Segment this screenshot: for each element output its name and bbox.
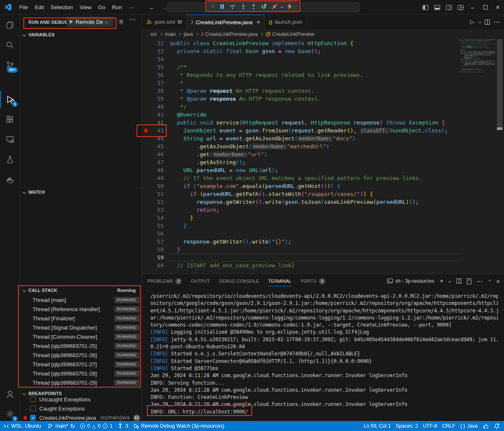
ports-item[interactable]: 3 (115, 421, 131, 431)
code-line-42[interactable]: 42 public void service(HttpRequest reque… (142, 119, 458, 127)
code-line-48[interactable]: 48 URL parsedURL = new URL(url); (142, 166, 458, 174)
debug-dropdown-chevron-icon[interactable] (281, 5, 283, 8)
variables-section-header[interactable]: VARIABLES (20, 30, 142, 39)
maximize-icon[interactable] (479, 0, 491, 15)
code-line-51[interactable]: 51 if (parsedURL.getPath().startsWith("/… (142, 190, 458, 198)
breadcrumb-item-createlinkpreview-java[interactable]: JCreateLinkPreview.java (201, 31, 258, 38)
step-out-icon[interactable] (250, 3, 257, 10)
encoding-item[interactable]: UTF-8 (420, 421, 440, 431)
new-terminal-icon[interactable]: + (440, 277, 443, 285)
menu-item-edit[interactable]: Edit (31, 3, 47, 12)
breakpoint-file-entry[interactable]: ✓ CreateLinkPreview.java src/main/java 4… (20, 413, 142, 421)
thread-row[interactable]: Thread [main]RUNNING (20, 295, 142, 304)
code-line-47[interactable]: 47 .getAsString(); (142, 158, 458, 166)
customize-layout-icon[interactable] (455, 0, 466, 15)
code-line-50[interactable]: 50 if ("example.com".equals(parsedURL.ge… (142, 182, 458, 190)
menu-item-file[interactable]: File (16, 3, 31, 12)
code-line-54[interactable]: 54 } (142, 214, 458, 222)
eol-item[interactable]: CRLF (440, 421, 458, 431)
extensions-icon[interactable] (0, 111, 20, 128)
panel-tab-terminal[interactable]: TERMINAL (268, 274, 291, 288)
line-number[interactable]: 50 (149, 183, 164, 189)
code-line-43[interactable]: 43 JsonObject event = gson.fromJson(requ… (142, 127, 458, 134)
code-editor[interactable]: 32public class CreateLinkPreview impleme… (142, 39, 458, 273)
breakpoint-caught-exceptions[interactable]: Caught Exceptions (20, 404, 142, 413)
code-line-53[interactable]: 53 return; (142, 206, 458, 214)
line-number[interactable]: 53 (149, 207, 164, 213)
breadcrumb-item-main[interactable]: main (165, 31, 176, 37)
line-number[interactable]: 42 (149, 119, 164, 126)
search-icon[interactable] (0, 36, 20, 54)
close-tab-icon[interactable]: × (256, 19, 260, 25)
code-line-35[interactable]: 35 /** (142, 63, 458, 71)
maximize-panel-icon[interactable] (489, 280, 491, 282)
line-number[interactable]: 57 (149, 238, 164, 245)
code-line-41[interactable]: 41 @Override (142, 111, 458, 119)
cursor-position-item[interactable]: Ln 59, Col 1 (361, 421, 393, 431)
thread-row[interactable]: Thread [Signal Dispatcher]RUNNING (20, 323, 142, 332)
line-number[interactable]: 58 (149, 246, 164, 253)
toggle-secondary-sidebar-icon[interactable] (443, 0, 455, 15)
code-line-45[interactable]: 45 .getAsJsonObject(memberName:"matchedU… (142, 142, 458, 150)
code-line-49[interactable]: 49 // If the event object URL matches a … (142, 174, 458, 182)
code-line-59[interactable]: 59 (142, 254, 458, 261)
line-number[interactable]: 35 (149, 64, 164, 70)
debug-session-item[interactable]: Remote Debug Watch (3p-resources) (131, 421, 227, 431)
code-line-32[interactable]: 32public class CreateLinkPreview impleme… (142, 39, 458, 47)
testing-icon[interactable] (0, 151, 20, 168)
run-and-debug-icon[interactable]: 1 (0, 91, 20, 108)
accounts-icon[interactable] (0, 385, 20, 403)
tab-launch-json[interactable]: {}launch.json (265, 15, 307, 29)
line-number[interactable]: 51 (149, 191, 164, 197)
code-line-44[interactable]: 44 String url = event.getAsJsonObject(me… (142, 134, 458, 142)
line-number[interactable]: 45 (149, 143, 164, 150)
checkbox-unchecked[interactable] (30, 406, 36, 411)
code-line-56[interactable]: 56 (142, 230, 458, 238)
panel-more-icon[interactable]: ··· (477, 278, 484, 284)
minimap[interactable]: public class CreateLinkPreview implement… (458, 39, 495, 273)
split-editor-icon[interactable] (485, 20, 490, 25)
explorer-icon[interactable] (0, 16, 20, 34)
remote-indicator[interactable]: WSL: Ubuntu (0, 421, 45, 431)
editor-more-icon[interactable]: ··· (494, 19, 501, 25)
line-number[interactable]: 39 (149, 96, 164, 102)
line-number[interactable]: 43 (149, 127, 164, 134)
terminal-selector[interactable]: sh - 3p-resources (387, 278, 434, 284)
code-line-52[interactable]: 52 response.getWriter().write(gson.toJso… (142, 198, 458, 206)
settings-gear-icon[interactable]: 1 (0, 405, 20, 423)
start-debug-icon[interactable] (70, 20, 73, 24)
step-over-icon[interactable] (229, 3, 236, 10)
drag-handle-icon[interactable]: ⠿ (210, 3, 215, 10)
line-number[interactable]: 40 (149, 104, 164, 110)
menu-item-run[interactable]: Run (109, 3, 125, 12)
disconnect-icon[interactable] (271, 3, 278, 10)
thread-row[interactable]: Thread [Reference Handler]RUNNING (20, 304, 142, 314)
line-number[interactable]: 49 (149, 175, 164, 181)
language-mode-item[interactable]: { } Java (458, 421, 480, 431)
thread-row[interactable]: Thread [qtp399683701-27]RUNNING (20, 360, 142, 369)
views-more-icon[interactable]: ··· (129, 16, 136, 23)
checkbox-checked[interactable]: ✓ (30, 415, 36, 421)
terminal-output[interactable]: /pierrick/.m2/repository/io/cloudevents/… (150, 293, 498, 421)
java-status-item[interactable] (480, 421, 491, 431)
toggle-panel-icon[interactable] (431, 0, 443, 15)
indentation-item[interactable]: Spaces: 2 (393, 421, 420, 431)
docker-icon[interactable] (0, 171, 20, 188)
thread-row[interactable]: Thread [qtp399683701-29]RUNNING (20, 378, 142, 387)
back-icon[interactable]: ← (149, 4, 155, 11)
hot-code-replace-icon[interactable] (286, 3, 294, 10)
line-number[interactable]: 38 (149, 88, 164, 94)
toggle-sidebar-icon[interactable] (420, 0, 431, 15)
split-terminal-icon[interactable] (456, 279, 461, 284)
close-panel-icon[interactable]: × (496, 278, 500, 285)
step-into-icon[interactable] (239, 3, 247, 10)
close-window-icon[interactable]: × (491, 0, 504, 15)
run-dropdown-chevron-icon[interactable] (479, 20, 481, 23)
panel-tab-output[interactable]: OUTPUT (191, 274, 210, 288)
breadcrumb-item-createlinkpreview[interactable]: CreateLinkPreview (266, 31, 314, 37)
line-number[interactable]: 56 (149, 231, 164, 237)
code-line-55[interactable]: 55 } (142, 222, 458, 230)
sync-icon[interactable]: ↻ (70, 423, 75, 429)
line-number[interactable]: 60 (149, 262, 164, 269)
code-line-33[interactable]: 33 private static final Gson gson = new … (142, 47, 458, 55)
